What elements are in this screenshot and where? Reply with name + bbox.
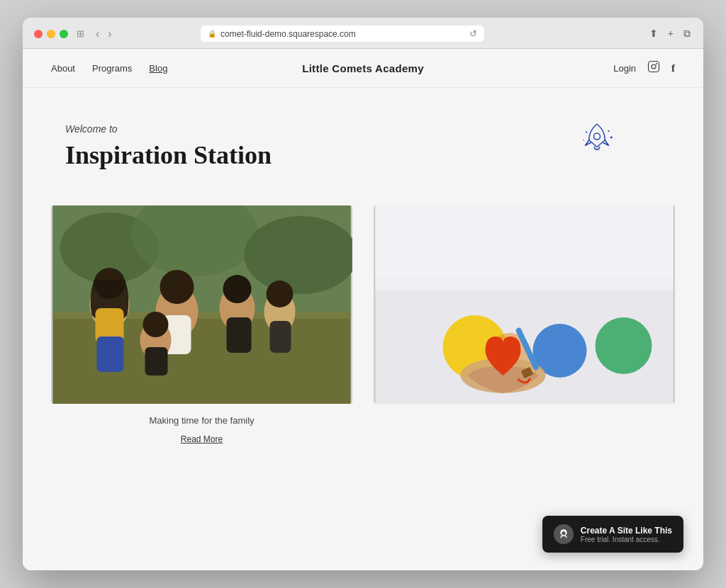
squarespace-banner[interactable]: Create A Site Like This Free trial. Inst… xyxy=(542,516,683,553)
login-link[interactable]: Login xyxy=(613,63,636,74)
blog-image-1[interactable] xyxy=(51,205,352,404)
blog-caption-1: Making time for the family xyxy=(51,404,352,431)
hero-section: Welcome to Inspiration Station xyxy=(23,88,703,191)
svg-rect-39 xyxy=(376,205,674,276)
squarespace-logo xyxy=(554,524,574,544)
instagram-icon[interactable] xyxy=(647,60,660,76)
nav-left: About Programs Blog xyxy=(51,63,167,74)
maximize-button[interactable] xyxy=(60,30,68,38)
welcome-text: Welcome to xyxy=(65,123,661,135)
svg-point-3 xyxy=(594,133,601,140)
back-button[interactable]: ‹ xyxy=(93,26,102,42)
rocket-icon xyxy=(576,116,618,162)
ss-main-text: Create A Site Like This xyxy=(581,526,672,536)
grid-icon[interactable]: ⊞ xyxy=(77,28,84,39)
svg-point-6 xyxy=(583,140,585,141)
blog-card-1: Making time for the family Read More xyxy=(51,205,352,447)
address-bar[interactable]: 🔒 comet-fluid-demo.squarespace.com ↺ xyxy=(201,26,484,42)
svg-rect-29 xyxy=(53,205,351,404)
reload-button[interactable]: ↺ xyxy=(469,28,477,39)
nav-programs[interactable]: Programs xyxy=(92,63,132,74)
blog-grid: Making time for the family Read More xyxy=(23,191,703,475)
squarespace-text: Create A Site Like This Free trial. Inst… xyxy=(581,526,672,543)
nav-right: Login f xyxy=(613,60,675,76)
svg-point-1 xyxy=(652,64,656,69)
svg-point-2 xyxy=(657,64,657,64)
traffic-lights xyxy=(34,30,68,38)
svg-point-5 xyxy=(608,130,609,132)
browser-window: ⊞ ‹ › 🔒 comet-fluid-demo.squarespace.com… xyxy=(23,18,703,570)
share-icon[interactable]: ⬆ xyxy=(648,26,659,41)
facebook-icon[interactable]: f xyxy=(671,62,675,74)
blog-card-2 xyxy=(374,205,675,404)
svg-rect-0 xyxy=(649,62,659,72)
read-more-1[interactable]: Read More xyxy=(51,431,352,447)
nav-about[interactable]: About xyxy=(51,63,75,74)
nav-buttons: ‹ › xyxy=(93,26,115,42)
browser-chrome: ⊞ ‹ › 🔒 comet-fluid-demo.squarespace.com… xyxy=(23,18,703,49)
close-button[interactable] xyxy=(34,30,43,38)
ss-sub-text: Free trial. Instant access. xyxy=(581,536,672,543)
browser-actions: ⬆ + ⧉ xyxy=(648,26,692,41)
minimize-button[interactable] xyxy=(47,30,55,38)
svg-point-34 xyxy=(596,317,652,374)
hero-title: Inspiration Station xyxy=(65,140,661,170)
svg-point-4 xyxy=(586,131,587,132)
blog-image-2[interactable] xyxy=(374,205,675,404)
lock-icon: 🔒 xyxy=(208,30,216,38)
forward-button[interactable]: › xyxy=(105,26,114,42)
window-controls: ⊞ xyxy=(77,28,84,39)
windows-icon[interactable]: ⧉ xyxy=(682,26,692,41)
new-tab-icon[interactable]: + xyxy=(666,26,675,41)
site-nav: About Programs Blog Little Comets Academ… xyxy=(23,49,703,88)
url-text: comet-fluid-demo.squarespace.com xyxy=(220,29,356,39)
site-title: Little Comets Academy xyxy=(302,62,424,74)
nav-blog[interactable]: Blog xyxy=(149,63,167,74)
website-content: About Programs Blog Little Comets Academ… xyxy=(23,49,703,570)
